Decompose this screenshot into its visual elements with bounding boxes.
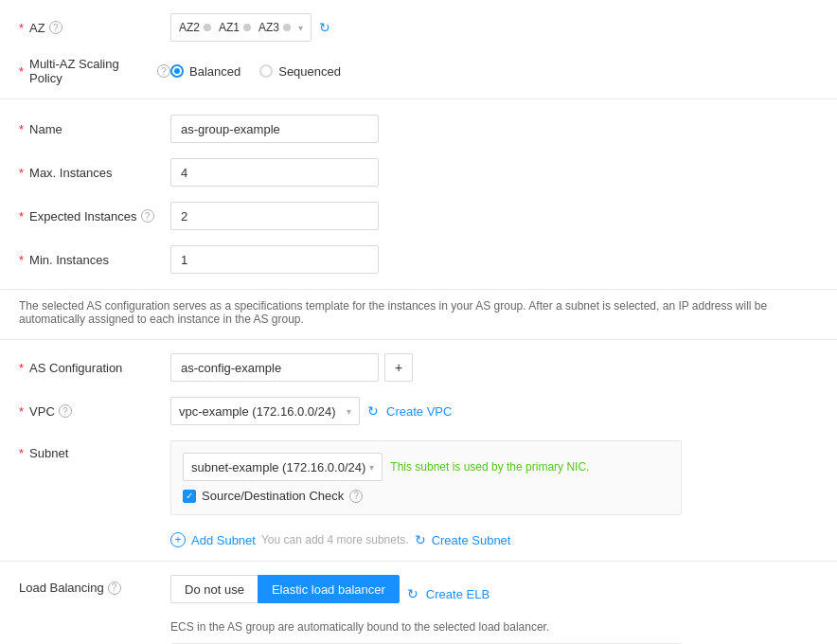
multi-az-policy-group: Balanced Sequenced: [170, 64, 341, 79]
description-text: The selected AS configuration serves as …: [0, 290, 837, 340]
multi-az-label: * Multi-AZ Scaling Policy ?: [19, 57, 170, 85]
required-star-name: *: [19, 122, 24, 136]
subnet-container: subnet-example (172.16.0.0/24) ▾ This su…: [170, 440, 682, 515]
required-star-asconfig: *: [19, 361, 24, 375]
lb-help-icon[interactable]: ?: [108, 581, 121, 595]
subnet-hint-text: This subnet is used by the primary NIC.: [390, 460, 589, 474]
lb-elastic-button[interactable]: Elastic load balancer: [258, 575, 400, 603]
az-label: * AZ ?: [19, 21, 170, 35]
expected-instances-label: * Expected Instances ?: [19, 209, 170, 224]
source-dest-checkbox[interactable]: [183, 490, 196, 503]
name-input[interactable]: [170, 115, 379, 143]
required-star-max: *: [19, 166, 24, 180]
vpc-row: vpc-example (172.16.0.0/24) ▾ ↻ Create V…: [170, 397, 452, 425]
az-help-icon[interactable]: ?: [49, 21, 62, 34]
subnet-refresh-icon[interactable]: ↻: [415, 532, 426, 547]
as-config-label: * AS Configuration: [19, 361, 170, 375]
lb-content: Do not use Elastic load balancer ↻ Creat…: [170, 575, 682, 644]
lb-label: Load Balancing ?: [19, 575, 170, 595]
lb-do-not-use-button[interactable]: Do not use: [170, 575, 258, 603]
az-tag-3: AZ3: [258, 21, 291, 34]
add-subnet-row: + Add Subnet You can add 4 more subnets.…: [170, 532, 510, 547]
az-tag-2: AZ1: [219, 21, 251, 34]
max-instances-label: * Max. Instances: [19, 166, 170, 180]
vpc-refresh-icon[interactable]: ↻: [367, 403, 379, 419]
multi-az-help-icon[interactable]: ?: [157, 64, 170, 78]
radio-sequenced[interactable]: Sequenced: [259, 64, 341, 79]
radio-circle-balanced: [170, 64, 184, 78]
az-select-area: AZ2 AZ1 AZ3 ▾ ↻: [170, 13, 330, 42]
lb-refresh-icon[interactable]: ↻: [407, 586, 418, 601]
as-config-input[interactable]: [170, 353, 379, 382]
lb-toggle-row: Do not use Elastic load balancer ↻ Creat…: [170, 575, 682, 613]
expected-help-icon[interactable]: ?: [141, 209, 154, 223]
required-star-az: *: [19, 21, 24, 35]
lb-info-text: ECS in the AS group are automatically bo…: [170, 620, 682, 634]
as-config-add-button[interactable]: +: [384, 353, 413, 382]
az-dot-2: [243, 24, 251, 31]
vpc-select[interactable]: vpc-example (172.16.0.0/24) ▾: [170, 397, 360, 425]
az-dropdown[interactable]: AZ2 AZ1 AZ3 ▾: [170, 13, 312, 42]
az-dot-3: [283, 24, 291, 31]
add-subnet-link[interactable]: Add Subnet: [191, 533, 256, 547]
vpc-select-value: vpc-example (172.16.0.0/24): [179, 404, 335, 419]
radio-sequenced-label: Sequenced: [278, 64, 341, 79]
create-subnet-link[interactable]: Create Subnet: [432, 533, 511, 547]
az-arrow-icon: ▾: [298, 23, 303, 33]
required-star-expected: *: [19, 209, 24, 224]
subnet-label: * Subnet: [19, 440, 170, 460]
radio-balanced-label: Balanced: [189, 64, 240, 79]
subnet-select[interactable]: subnet-example (172.16.0.0/24) ▾: [183, 453, 383, 481]
subnet-row: subnet-example (172.16.0.0/24) ▾ This su…: [183, 453, 669, 481]
add-subnet-icon[interactable]: +: [170, 532, 186, 547]
vpc-help-icon[interactable]: ?: [59, 404, 72, 418]
create-vpc-link[interactable]: Create VPC: [386, 404, 452, 419]
min-instances-label: * Min. Instances: [19, 253, 170, 267]
source-dest-label: Source/Destination Check: [202, 489, 344, 503]
as-config-row: +: [170, 353, 413, 382]
radio-balanced[interactable]: Balanced: [170, 64, 240, 79]
required-star-min: *: [19, 253, 24, 267]
required-star-vpc: *: [19, 404, 24, 419]
name-label: * Name: [19, 122, 170, 136]
vpc-arrow-icon: ▾: [347, 406, 351, 417]
vpc-label: * VPC ?: [19, 404, 170, 419]
az-refresh-icon[interactable]: ↻: [319, 20, 330, 35]
radio-circle-sequenced: [259, 64, 273, 78]
expected-instances-input[interactable]: [170, 202, 379, 230]
az-dot-1: [204, 24, 211, 31]
max-instances-input[interactable]: [170, 158, 379, 187]
lb-toggle-group: Do not use Elastic load balancer: [170, 575, 400, 603]
required-star-multiaz: *: [19, 64, 24, 79]
add-subnet-hint: You can add 4 more subnets.: [261, 533, 409, 546]
subnet-arrow-icon: ▾: [369, 462, 374, 473]
create-elb-link[interactable]: Create ELB: [426, 587, 490, 601]
subnet-select-value: subnet-example (172.16.0.0/24): [191, 460, 365, 474]
required-star-subnet: *: [19, 446, 24, 460]
source-dest-check-row[interactable]: Source/Destination Check ?: [183, 489, 669, 503]
load-balancing-section: Load Balancing ? Do not use Elastic load…: [0, 562, 837, 644]
min-instances-input[interactable]: [170, 245, 379, 274]
az-tag-1: AZ2: [179, 21, 211, 34]
source-dest-help-icon[interactable]: ?: [349, 490, 363, 503]
